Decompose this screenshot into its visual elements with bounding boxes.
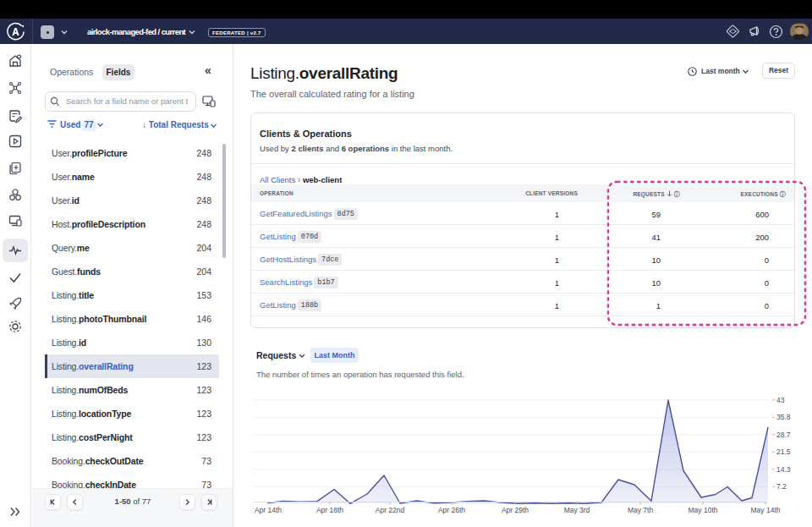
svg-text:May 7th: May 7th	[628, 506, 654, 514]
svg-text:May 3rd: May 3rd	[564, 506, 590, 514]
svg-text:7.2: 7.2	[776, 482, 787, 491]
svg-text:Apr 26th: Apr 26th	[438, 506, 465, 514]
svg-text:May 14th: May 14th	[751, 506, 781, 514]
svg-text:14.3: 14.3	[776, 465, 791, 474]
svg-text:Apr 29th: Apr 29th	[502, 506, 529, 514]
svg-text:21.5: 21.5	[776, 447, 791, 456]
svg-text:Apr 18th: Apr 18th	[316, 506, 343, 514]
svg-text:28.7: 28.7	[776, 431, 791, 439]
svg-text:43: 43	[776, 396, 785, 404]
svg-text:35.8: 35.8	[776, 413, 791, 421]
svg-text:May 10th: May 10th	[689, 506, 718, 514]
svg-text:Apr 14th: Apr 14th	[255, 506, 282, 514]
svg-text:Apr 22nd: Apr 22nd	[376, 506, 405, 514]
